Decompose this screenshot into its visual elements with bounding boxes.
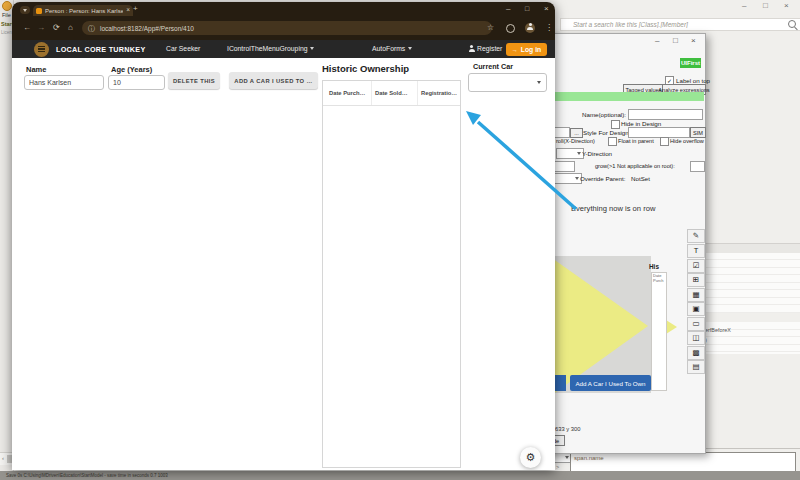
annotation-text: Everything now is on row: [571, 204, 655, 213]
hide-overflow-checkbox[interactable]: [660, 137, 669, 146]
person-image-icon[interactable]: ▣: [687, 302, 705, 316]
sim-button[interactable]: SIM: [690, 127, 706, 138]
status-bar-text: Save 0s C:\Using\MDriven\Education\Start…: [0, 471, 800, 478]
hamburger-menu-button[interactable]: [34, 42, 49, 57]
login-arrow-icon: →: [512, 47, 518, 53]
col-divider: [417, 81, 418, 105]
nav-item-car-seeker[interactable]: Car Seeker: [166, 45, 200, 52]
browser-close-button[interactable]: ×: [544, 5, 549, 13]
float-in-parent-label: Float in parent: [618, 138, 654, 144]
current-car-select[interactable]: [468, 73, 547, 92]
app-close-button[interactable]: ×: [784, 2, 789, 10]
y-direction-dropdown[interactable]: [556, 148, 584, 159]
back-icon[interactable]: ←: [23, 24, 31, 32]
override-parent-value: NotSet: [631, 175, 650, 182]
avatar[interactable]: [525, 23, 535, 33]
forward-icon[interactable]: →: [37, 24, 45, 32]
register-person-icon: [468, 45, 475, 52]
dialog-name-input[interactable]: [628, 109, 703, 120]
hide-in-design-label: Hide in Design: [621, 120, 661, 127]
field-icon[interactable]: ▭: [687, 317, 705, 331]
table-add-icon[interactable]: ⊞: [687, 273, 705, 287]
uifirst-badge: UIFirst: [680, 58, 701, 68]
chevron-down-icon: [23, 9, 27, 12]
preview-list-col-header: Date Purch: [652, 273, 666, 285]
hide-overflow-label: Hide overflow: [670, 138, 704, 144]
tab-search-button[interactable]: [20, 6, 30, 14]
image-icon[interactable]: ▩: [687, 346, 705, 360]
browser-maximize-button[interactable]: □: [525, 5, 529, 12]
edit-icon[interactable]: ✎: [687, 229, 705, 243]
app-logo-icon: [2, 1, 12, 11]
style-for-design-label: Style For Design:: [583, 129, 630, 136]
license-label: Licen: [1, 30, 12, 35]
chevron-down-icon: [537, 81, 541, 84]
col-divider: [371, 81, 372, 105]
dialog-maximize-button[interactable]: □: [673, 37, 678, 45]
new-tab-button[interactable]: +: [133, 5, 138, 13]
page-content: Name Age (Years) DELETE THIS ADD A CAR I…: [12, 58, 555, 470]
preview-add-car-button[interactable]: Add A Car I Used To Own: [570, 375, 651, 391]
app-minimize-button[interactable]: –: [742, 2, 746, 10]
browser-tab[interactable]: Person : Person: Hans Karlsen ×: [33, 5, 133, 16]
printer-icon[interactable]: ▤: [687, 360, 705, 374]
login-button[interactable]: → Log in: [506, 43, 547, 56]
bg-list-fragment-1: derfBeforeX: [702, 327, 731, 333]
ellipsis-button[interactable]: ...: [570, 128, 583, 138]
site-info-icon[interactable]: ⓘ: [88, 25, 95, 32]
home-icon[interactable]: ⌂: [68, 24, 73, 32]
text-icon[interactable]: T: [687, 244, 705, 258]
check-icon: ✓: [667, 78, 672, 84]
expression-value: span.name: [571, 453, 795, 463]
historic-ownership-table[interactable]: Date Purch… Date Sold… Registratio…: [322, 80, 461, 468]
tab-title: Person : Person: Hans Karlsen: [45, 8, 123, 14]
delete-this-button[interactable]: DELETE THIS: [168, 72, 220, 89]
nav-item-icontrolthemenugrouping[interactable]: IControlTheMenuGrouping: [227, 45, 314, 52]
coords-readout: 633 y 300: [555, 426, 580, 432]
nav-item-autoforms[interactable]: AutoForms: [372, 45, 412, 52]
status-bar: Save 0s C:\Using\MDriven\Education\Start…: [0, 471, 800, 480]
chevron-down-icon: [577, 152, 581, 155]
reload-icon[interactable]: ⟳: [53, 24, 60, 32]
file-menu[interactable]: File: [2, 12, 11, 18]
app-navbar: LOCAL CORE TURNKEY Car Seeker IControlTh…: [12, 40, 555, 58]
address-bar[interactable]: ⓘ localhost:8182/App#/Person/410: [82, 21, 492, 35]
selected-row-highlight[interactable]: [540, 92, 704, 101]
browser-toolbar: ← → ⟳ ⌂ ⓘ localhost:8182/App#/Person/410…: [12, 16, 555, 40]
preview-list-title: His: [649, 263, 659, 270]
settings-fab-button[interactable]: ⚙: [520, 447, 541, 468]
navbar-brand[interactable]: LOCAL CORE TURNKEY: [56, 45, 146, 54]
save-icon[interactable]: ◫: [687, 331, 705, 345]
register-button[interactable]: Register: [468, 45, 502, 52]
style-for-design-input[interactable]: [628, 127, 690, 138]
extension-icon[interactable]: [506, 24, 515, 33]
calendar-icon[interactable]: ▦: [687, 288, 705, 302]
preview-list-column[interactable]: Date Purch: [651, 272, 667, 391]
col-registration[interactable]: Registratio…: [421, 90, 457, 96]
grow-label: grow(>1 Not applicable on root):: [595, 163, 675, 169]
dialog-close-button[interactable]: ×: [691, 37, 696, 45]
app-maximize-button[interactable]: □: [763, 2, 768, 10]
screen: – □ × Model content derfBeforeX g) > spa…: [0, 0, 800, 480]
scroll-left-icon[interactable]: ‹: [2, 455, 4, 461]
checkbox-icon[interactable]: ☑: [687, 259, 705, 273]
model-search-input[interactable]: [560, 18, 800, 31]
float-in-parent-checkbox[interactable]: [608, 137, 617, 146]
add-car-button[interactable]: ADD A CAR I USED TO …: [229, 72, 318, 89]
chevron-down-icon: [575, 177, 579, 180]
hide-in-design-checkbox[interactable]: [611, 120, 620, 129]
browser-minimize-button[interactable]: –: [506, 5, 510, 13]
tab-favicon: [36, 8, 42, 14]
age-label: Age (Years): [111, 65, 152, 74]
col-date-sold[interactable]: Date Sold…: [375, 90, 408, 96]
age-input[interactable]: [108, 75, 165, 90]
dialog-minimize-button[interactable]: –: [655, 37, 659, 45]
tab-close-icon[interactable]: ×: [126, 7, 130, 14]
browser-menu-kebab-icon[interactable]: ⋮: [545, 24, 553, 32]
grow-input[interactable]: [690, 161, 705, 172]
col-date-purchased[interactable]: Date Purch…: [329, 90, 365, 96]
bookmark-star-icon[interactable]: ☆: [487, 24, 494, 32]
name-input[interactable]: [24, 75, 104, 90]
chevron-down-icon: [565, 456, 569, 459]
bg-list-rows: [702, 253, 800, 313]
